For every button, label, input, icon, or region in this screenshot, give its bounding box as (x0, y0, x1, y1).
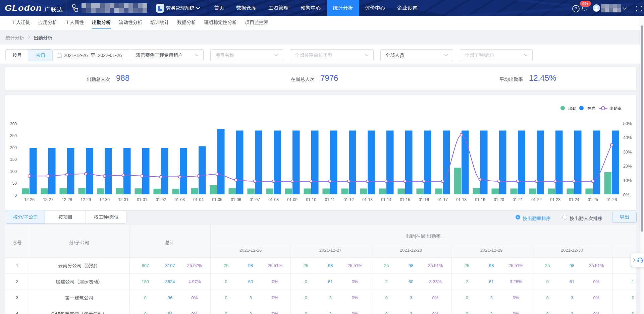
svg-text:01-26: 01-26 (606, 197, 617, 202)
svg-text:01-05: 01-05 (212, 197, 222, 202)
svg-text:01-25: 01-25 (588, 197, 598, 202)
svg-text:100: 100 (10, 169, 17, 174)
svg-text:01-18: 01-18 (456, 197, 467, 202)
svg-text:01-23: 01-23 (550, 197, 560, 202)
svg-text:40%: 40% (623, 135, 632, 140)
svg-text:01-21: 01-21 (513, 197, 523, 202)
svg-text:01-12: 01-12 (343, 197, 354, 202)
svg-text:300: 300 (10, 122, 17, 126)
svg-text:10%: 10% (623, 178, 632, 183)
svg-text:01-10: 01-10 (306, 197, 316, 202)
svg-text:12-27: 12-27 (43, 197, 53, 202)
svg-text:12-31: 12-31 (118, 197, 128, 202)
svg-text:01-08: 01-08 (268, 197, 279, 202)
svg-text:0%: 0% (623, 193, 629, 197)
svg-text:50: 50 (12, 181, 17, 186)
svg-text:01-24: 01-24 (569, 197, 579, 202)
svg-text:250: 250 (10, 133, 17, 138)
svg-text:01-13: 01-13 (362, 197, 373, 202)
svg-text:01-03: 01-03 (174, 197, 185, 202)
svg-text:01-19: 01-19 (475, 197, 485, 202)
svg-text:12-28: 12-28 (62, 197, 72, 202)
svg-text:01-07: 01-07 (250, 197, 260, 202)
svg-text:50%: 50% (623, 121, 632, 126)
svg-text:01-20: 01-20 (494, 197, 504, 202)
svg-text:150: 150 (10, 157, 17, 162)
svg-text:01-04: 01-04 (193, 197, 204, 202)
svg-text:01-16: 01-16 (419, 197, 429, 202)
svg-text:01-06: 01-06 (231, 197, 241, 202)
svg-text:12-29: 12-29 (80, 197, 91, 202)
svg-text:01-22: 01-22 (531, 197, 542, 202)
svg-text:01-15: 01-15 (400, 197, 410, 202)
svg-text:?: ? (575, 6, 577, 11)
svg-text:01-02: 01-02 (156, 197, 166, 202)
svg-text:01-14: 01-14 (381, 197, 391, 202)
svg-text:01-09: 01-09 (287, 197, 298, 202)
svg-text:01-01: 01-01 (137, 197, 147, 202)
svg-text:30%: 30% (623, 150, 632, 154)
svg-text:0: 0 (14, 193, 17, 198)
svg-text:20%: 20% (623, 164, 632, 169)
svg-text:01-11: 01-11 (325, 197, 335, 202)
svg-text:01-17: 01-17 (437, 197, 448, 202)
svg-text:12-30: 12-30 (99, 197, 110, 202)
svg-text:12-26: 12-26 (24, 197, 35, 202)
svg-text:200: 200 (10, 145, 17, 150)
